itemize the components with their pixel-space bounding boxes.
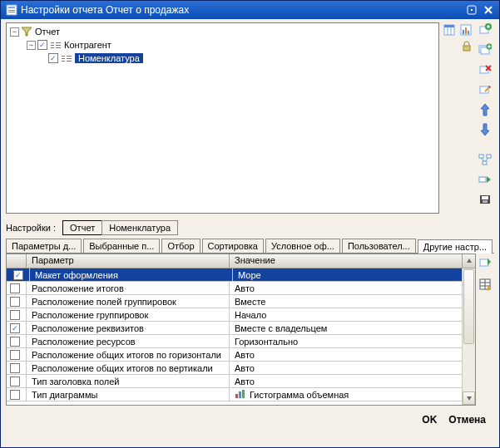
tree-node-root[interactable]: Отчет: [35, 27, 60, 37]
settings-tab-report[interactable]: Отчет: [62, 220, 102, 235]
subtab-selected[interactable]: Выбранные п...: [83, 239, 160, 253]
row-checkbox[interactable]: [10, 337, 20, 347]
param-cell: Тип заголовка полей: [27, 375, 230, 387]
subtabs: Параметры д... Выбранные п... Отбор Сорт…: [6, 239, 494, 254]
report-tree[interactable]: − Отчет − Контрагент: [6, 22, 439, 214]
svg-rect-20: [67, 61, 72, 62]
value-cell[interactable]: Авто: [230, 348, 475, 361]
move-down-icon[interactable]: [478, 122, 493, 137]
ok-button[interactable]: OK: [422, 414, 437, 426]
delete-icon[interactable]: [478, 62, 493, 77]
svg-rect-62: [480, 259, 488, 266]
app-icon: [6, 4, 17, 16]
svg-rect-52: [479, 177, 486, 182]
settings-tab-nomenclature[interactable]: Номенклатура: [101, 220, 178, 235]
subtab-sort[interactable]: Сортировка: [202, 239, 264, 253]
row-checkbox[interactable]: [10, 323, 20, 333]
help-button[interactable]: [464, 3, 479, 17]
value-text: Авто: [235, 363, 255, 373]
value-cell[interactable]: Горизонтально: [230, 335, 475, 347]
close-button[interactable]: [481, 3, 496, 17]
scroll-up-icon[interactable]: [462, 254, 475, 268]
param-cell: Расположение группировок: [27, 308, 230, 321]
subtab-filter[interactable]: Отбор: [161, 239, 200, 253]
value-cell[interactable]: Начало: [230, 308, 475, 321]
value-cell[interactable]: Авто: [230, 362, 475, 374]
action-icon-a[interactable]: [478, 255, 493, 270]
param-cell: Расположение общих итогов по горизонтали: [27, 348, 230, 361]
table-row[interactable]: Расположение общих итогов по горизонтали…: [7, 348, 475, 362]
group-icon: [50, 40, 62, 50]
parameters-grid: Параметр Значение Макет оформленияМореРа…: [6, 254, 476, 406]
value-cell[interactable]: Море: [233, 268, 472, 281]
row-checkbox[interactable]: [10, 390, 20, 400]
row-checkbox[interactable]: [10, 297, 20, 307]
table-row[interactable]: Расположение реквизитовВместе с владельц…: [7, 322, 475, 335]
svg-rect-17: [62, 61, 65, 62]
add-group-icon[interactable]: [478, 42, 493, 57]
titlebar: Настройки отчета Отчет о продажах: [1, 1, 499, 19]
row-checkbox[interactable]: [10, 283, 20, 293]
vertical-scrollbar[interactable]: [462, 268, 475, 405]
tree-node[interactable]: Контрагент: [64, 40, 111, 50]
value-cell[interactable]: Гистограмма объемная: [230, 388, 475, 401]
subtab-params[interactable]: Параметры д...: [6, 239, 82, 253]
table-row[interactable]: Расположение группировокНачало: [7, 308, 475, 322]
subtab-other[interactable]: Другие настр...: [418, 239, 493, 254]
value-cell[interactable]: Вместе: [230, 295, 475, 308]
svg-rect-19: [67, 58, 72, 59]
svg-line-50: [481, 158, 484, 161]
checkbox[interactable]: [48, 53, 58, 63]
svg-marker-57: [467, 258, 472, 263]
scroll-down-icon[interactable]: [463, 391, 475, 405]
param-cell: Расположение общих итогов по вертикали: [27, 362, 230, 374]
svg-rect-9: [51, 42, 54, 43]
table-row[interactable]: Тип заголовка полейАвто: [7, 375, 475, 388]
table-row[interactable]: Расположение общих итогов по вертикалиАв…: [7, 362, 475, 375]
tree-struct-icon[interactable]: [478, 152, 493, 167]
svg-rect-29: [463, 46, 470, 51]
expand-toggle[interactable]: −: [10, 27, 19, 37]
subtab-conditional[interactable]: Условное оф...: [265, 239, 340, 253]
row-checkbox[interactable]: [10, 350, 20, 360]
column-header-value[interactable]: Значение: [230, 254, 462, 268]
save-icon[interactable]: [478, 192, 493, 207]
table-row[interactable]: Тип диаграммыГистограмма объемная: [7, 388, 475, 401]
table-view-icon[interactable]: [442, 22, 457, 37]
svg-marker-46: [481, 124, 489, 135]
svg-rect-49: [483, 161, 487, 165]
table-row[interactable]: Макет оформленияМоре: [7, 268, 475, 282]
chart-view-icon[interactable]: [458, 22, 473, 37]
add-icon[interactable]: [478, 22, 493, 37]
row-checkbox[interactable]: [10, 310, 20, 320]
svg-rect-5: [471, 9, 473, 11]
value-cell[interactable]: Авто: [230, 282, 475, 294]
svg-line-51: [485, 158, 488, 161]
scrollbar-thumb[interactable]: [463, 269, 474, 344]
value-text: Начало: [235, 310, 266, 320]
play-icon[interactable]: [478, 172, 493, 187]
tree-node-selected[interactable]: Номенклатура: [75, 53, 143, 63]
value-cell[interactable]: Вместе с владельцем: [230, 322, 475, 334]
svg-rect-10: [51, 45, 54, 46]
lock-icon[interactable]: [459, 39, 474, 54]
properties-icon[interactable]: [478, 277, 493, 292]
edit-icon[interactable]: [478, 82, 493, 97]
column-header-param[interactable]: Параметр: [27, 254, 230, 268]
svg-rect-60: [242, 390, 245, 398]
row-checkbox[interactable]: [10, 377, 20, 386]
grid-header: Параметр Значение: [7, 254, 475, 268]
cancel-button[interactable]: Отмена: [448, 414, 486, 426]
table-row[interactable]: Расположение итоговАвто: [7, 282, 475, 295]
checkbox[interactable]: [37, 40, 47, 50]
row-checkbox[interactable]: [13, 270, 23, 280]
table-row[interactable]: Расположение ресурсовГоризонтально: [7, 335, 475, 348]
svg-rect-12: [56, 42, 61, 43]
subtab-user[interactable]: Пользовател...: [342, 239, 416, 253]
value-cell[interactable]: Авто: [230, 375, 475, 387]
row-checkbox[interactable]: [10, 363, 20, 373]
move-up-icon[interactable]: [478, 102, 493, 117]
table-row[interactable]: Расположение полей группировокВместе: [7, 295, 475, 308]
expand-toggle[interactable]: −: [27, 41, 36, 50]
value-text: Авто: [235, 377, 255, 386]
